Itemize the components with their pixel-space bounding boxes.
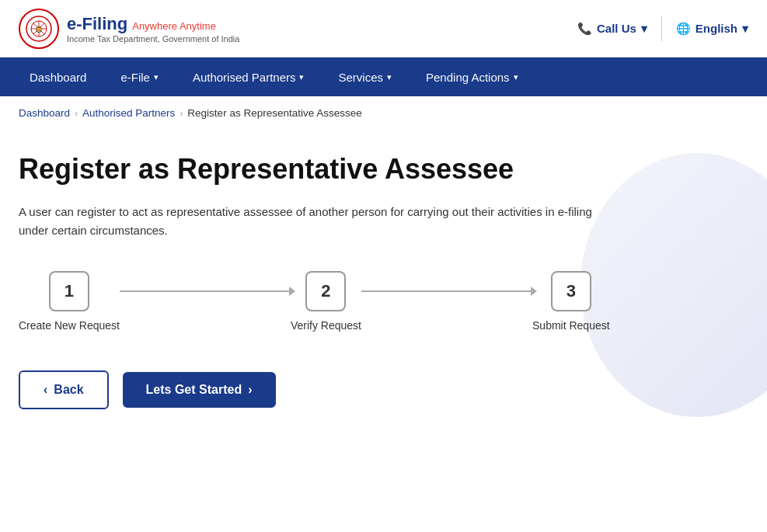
nav-item-dashboard[interactable]: Dashboard: [12, 57, 103, 96]
main-content: Register as Representative Assessee A us…: [0, 130, 767, 526]
step-3-circle: 3: [551, 271, 591, 311]
breadcrumb-dashboard[interactable]: Dashboard: [19, 107, 70, 119]
logo-emblem: 🦁: [19, 9, 59, 49]
language-label: English: [696, 22, 737, 35]
lets-get-started-button[interactable]: Lets Get Started ›: [123, 372, 276, 408]
call-us-label: Call Us: [597, 22, 636, 35]
step-2-label: Verify Request: [291, 319, 361, 332]
step-2: 2 Verify Request: [291, 271, 361, 332]
nav-label-pending-actions: Pending Actions: [426, 71, 510, 84]
efile-chevron-icon: ▾: [154, 72, 159, 82]
header-divider: [661, 16, 662, 41]
steps-container: 1 Create New Request 2 Verify Request 3 …: [19, 271, 748, 332]
breadcrumb-sep-1: ›: [75, 108, 78, 119]
nav-item-services[interactable]: Services ▾: [321, 57, 409, 96]
step-3: 3 Submit Request: [532, 271, 610, 332]
page-description: A user can register to act as representa…: [19, 203, 594, 240]
step-2-circle: 2: [305, 271, 346, 311]
nav-label-efile: e-File: [120, 71, 150, 84]
logo-text: e-FilingAnywhere Anytime Income Tax Depa…: [67, 14, 239, 43]
breadcrumb-authorised-partners[interactable]: Authorised Partners: [82, 107, 175, 119]
header: 🦁 e-FilingAnywhere Anytime Income Tax De…: [0, 0, 767, 57]
step-3-label: Submit Request: [532, 319, 610, 332]
lang-chevron: ▾: [742, 22, 748, 36]
step-connector-1-2: [120, 290, 291, 292]
navbar: Dashboard e-File ▾ Authorised Partners ▾…: [0, 57, 767, 96]
nav-label-services: Services: [338, 71, 383, 84]
nav-item-efile[interactable]: e-File ▾: [103, 57, 176, 96]
logo-efiling-text: e-FilingAnywhere Anytime: [67, 14, 239, 34]
breadcrumb-current: Register as Representative Assessee: [187, 107, 361, 119]
logo-subtitle: Income Tax Department, Government of Ind…: [67, 34, 239, 43]
start-button-label: Lets Get Started: [146, 383, 242, 397]
back-button[interactable]: ‹ Back: [19, 370, 109, 409]
breadcrumb: Dashboard › Authorised Partners › Regist…: [0, 96, 767, 130]
globe-icon: 🌐: [676, 22, 691, 36]
back-chevron-icon: ‹: [44, 383, 47, 397]
nav-label-authorised-partners: Authorised Partners: [193, 71, 296, 84]
tagline-label: Anywhere Anytime: [132, 20, 216, 32]
language-button[interactable]: 🌐 English ▾: [676, 22, 748, 36]
nav-label-dashboard: Dashboard: [30, 71, 86, 84]
step-1: 1 Create New Request: [19, 271, 120, 332]
step-1-label: Create New Request: [19, 319, 120, 332]
call-us-button[interactable]: 📞 Call Us ▾: [577, 22, 647, 36]
auth-partners-chevron-icon: ▾: [299, 72, 304, 82]
call-us-chevron: ▾: [641, 22, 647, 36]
nav-item-authorised-partners[interactable]: Authorised Partners ▾: [176, 57, 322, 96]
nav-item-pending-actions[interactable]: Pending Actions ▾: [409, 57, 535, 96]
services-chevron-icon: ▾: [387, 72, 392, 82]
buttons-row: ‹ Back Lets Get Started ›: [19, 370, 748, 409]
step-1-circle: 1: [49, 271, 89, 311]
phone-icon: 📞: [577, 22, 592, 36]
logo-area: 🦁 e-FilingAnywhere Anytime Income Tax De…: [19, 9, 239, 49]
pending-chevron-icon: ▾: [514, 72, 518, 82]
svg-text:🦁: 🦁: [35, 26, 43, 33]
efiling-label: e-Filing: [67, 14, 127, 33]
forward-chevron-icon: ›: [248, 383, 252, 397]
page-title: Register as Representative Assessee: [19, 153, 748, 186]
step-connector-2-3: [361, 290, 532, 292]
breadcrumb-sep-2: ›: [180, 108, 183, 119]
back-button-label: Back: [54, 383, 83, 397]
header-right: 📞 Call Us ▾ 🌐 English ▾: [577, 16, 748, 41]
